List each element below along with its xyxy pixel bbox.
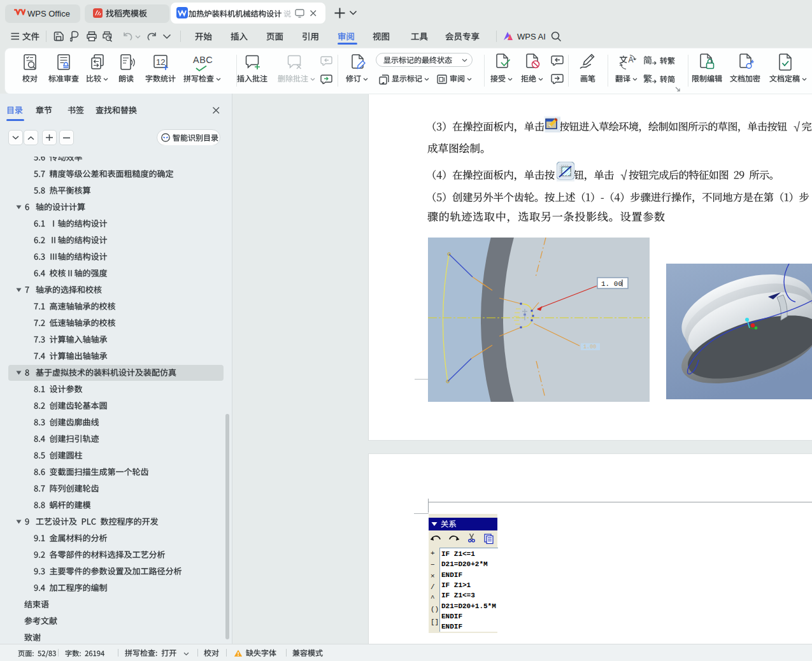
svg-text:1.00: 1.00 (583, 344, 596, 350)
svg-text:1. 00: 1. 00 (601, 280, 622, 288)
svg-text:12: 12 (156, 57, 165, 67)
svg-text:A: A (629, 55, 634, 64)
